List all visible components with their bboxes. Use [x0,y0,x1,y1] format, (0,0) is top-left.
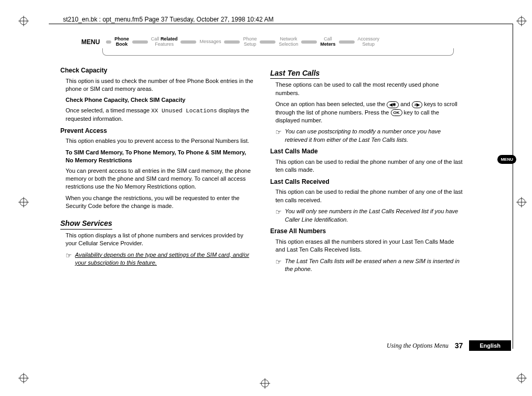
body-text: Once selected, a timed message XX Unused… [66,107,254,123]
heading-erase-all-numbers: Erase All Numbers [270,227,464,236]
body-text: This option erases all the numbers store… [275,238,464,254]
menu-separator [224,40,240,44]
heading-last-ten-calls: Last Ten Calls [270,68,320,79]
note-icon: ☞ [275,128,282,144]
menu-item-messages: Messages [199,39,221,45]
page-header-meta: st210_en.bk : opt_menu.fm5 Page 37 Tuesd… [63,16,273,23]
note: ☞ You will only see numbers in the Last … [275,207,464,224]
heading-last-calls-made: Last Calls Made [270,147,464,156]
menu-item-network-selection: NetworkSelection [279,37,298,47]
language-indicator: English [469,340,511,351]
crop-mark-icon [516,197,527,207]
body-text: This option displays a list of phone num… [66,232,254,248]
menu-item-call-related: Call RelatedFeatures [151,37,178,47]
crop-mark-icon [18,197,29,207]
menu-item-phone-book: PhoneBook [114,37,129,47]
menu-item-phone-setup: PhoneSetup [243,37,257,47]
body-text: You can prevent access to all entries in… [66,167,254,191]
body-text: This option enables you to prevent acces… [66,137,254,145]
body-text: When you change the restrictions, you wi… [66,194,254,211]
body-text: This option is used to check the number … [66,77,254,93]
ok-key-icon: OK [391,109,402,116]
right-column: Last Ten Calls These options can be used… [270,63,464,276]
note-icon: ☞ [275,257,282,274]
crop-mark-icon [516,16,527,26]
crop-mark-icon [18,16,29,26]
menu-item-accessory-setup: AccessorySetup [358,37,380,47]
note: ☞ Availability depends on the type and s… [66,251,254,267]
page-content: MENU PhoneBook Call RelatedFeatures Mess… [60,37,475,275]
menu-separator [339,40,355,44]
hash-key-icon: #▶ [412,101,422,108]
heading-last-calls-received: Last Calls Received [270,178,464,186]
body-text: Once an option has been selected, use th… [275,100,464,124]
menu-separator [180,40,196,44]
footer-section-title: Using the Options Menu [387,342,449,350]
heading-show-services: Show Services [60,218,112,230]
page-footer: Using the Options Menu 37 English [387,340,511,351]
menu-separator [132,40,148,44]
menu-item-call-meters: CallMeters [320,37,335,47]
side-tab-menu: MENU [497,155,516,164]
note-icon: ☞ [275,207,282,224]
note: ☞ You can use postscripting to modify a … [275,128,464,144]
two-column-layout: Check Capacity This option is used to ch… [60,63,475,276]
crop-mark-icon [18,373,29,383]
subheading-check-capacity: Check Phone Capacity, Check SIM Capacity [66,96,254,104]
subheading-memory-restrictions: To SIM Card Memory, To Phone Memory, To … [66,149,254,165]
left-column: Check Capacity This option is used to ch… [60,63,254,276]
note-icon: ☞ [66,251,72,267]
crop-mark-icon [516,373,527,383]
crop-mark-icon [260,378,270,389]
menu-separator [106,40,111,44]
page-number: 37 [455,341,463,350]
body-text: This option can be used to redial the ph… [275,158,464,174]
menu-label: MENU [81,38,100,46]
body-text: This option can be used to redial the ph… [275,188,464,204]
note: ☞ The Last Ten Calls lists will be erase… [275,257,464,274]
heading-check-capacity: Check Capacity [60,66,254,75]
menu-bracket [102,48,454,56]
menu-bar: MENU PhoneBook Call RelatedFeatures Mess… [81,37,475,47]
menu-separator [260,40,275,44]
menu-separator [301,40,317,44]
heading-prevent-access: Prevent Access [60,127,254,136]
body-text: These options can be used to call the mo… [275,81,464,97]
star-key-icon: ◀✱ [387,101,399,108]
